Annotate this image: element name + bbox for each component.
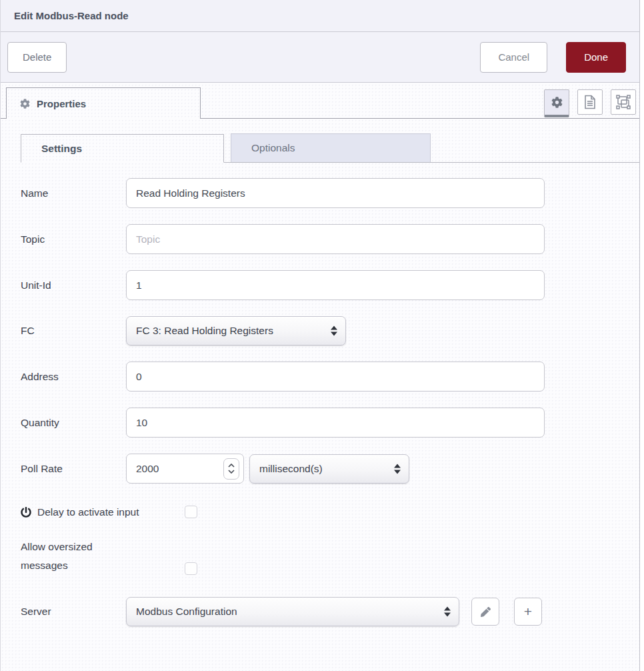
select-arrows-icon [331,326,337,336]
address-row: Address [21,362,639,392]
fc-select-value: FC 3: Read Holding Registers [136,325,273,337]
doc-icon [583,95,597,109]
gear-icon [551,97,563,108]
poll-rate-unit-value: millisecond(s) [259,463,323,475]
description-view-button[interactable] [577,89,603,115]
poll-rate-unit-select[interactable]: millisecond(s) [249,454,409,484]
fc-row: FC FC 3: Read Holding Registers [21,316,639,346]
select-arrows-icon [394,464,401,474]
oversized-row: Allow oversized messages [21,538,639,576]
dialog-header: Edit Modbus-Read node [1,0,639,32]
unit-id-row: Unit-Id [21,270,639,300]
server-row: Server Modbus Configuration + [21,597,639,626]
tab-properties[interactable]: Properties [6,87,201,119]
tab-settings[interactable]: Settings [21,134,224,163]
server-label: Server [21,606,126,618]
unit-id-label: Unit-Id [21,279,126,291]
address-input[interactable] [126,362,545,392]
done-button[interactable]: Done [566,42,626,73]
power-icon [21,507,31,518]
delay-checkbox[interactable] [185,506,197,518]
fc-select[interactable]: FC 3: Read Holding Registers [126,316,346,346]
delay-label: Delay to activate input [37,506,139,518]
gear-icon [20,99,30,109]
server-select-value: Modbus Configuration [136,606,237,618]
name-input[interactable] [126,178,545,208]
delete-button[interactable]: Delete [7,42,67,73]
server-select[interactable]: Modbus Configuration [126,597,459,626]
fc-label: FC [21,325,126,337]
cancel-button[interactable]: Cancel [480,42,547,73]
edit-server-button[interactable] [471,598,499,626]
chevron-down-icon [228,470,235,474]
name-label: Name [21,187,126,199]
poll-rate-stepper [126,454,244,484]
select-arrows-icon [444,607,451,617]
properties-tab-strip: Properties [1,83,639,119]
address-label: Address [21,371,126,383]
dialog-title: Edit Modbus-Read node [14,10,129,21]
name-row: Name [21,178,639,208]
quantity-label: Quantity [21,417,126,429]
topic-label: Topic [21,233,126,245]
topic-row: Topic [21,224,639,254]
topic-input[interactable] [126,224,545,254]
tab-optionals-label: Optionals [251,142,295,154]
add-server-button[interactable]: + [514,598,542,626]
delay-row: Delay to activate input [21,504,639,521]
settings-form: Name Topic Unit-Id FC FC 3: Read Holding… [21,178,639,626]
stepper-arrows[interactable] [223,458,239,480]
chevron-up-icon [228,464,235,468]
quantity-input[interactable] [126,408,545,438]
oversized-label: Allow oversized messages [21,538,134,575]
node-appearance-icon [615,94,631,110]
form-sub-tabs: Settings Optionals [21,133,639,163]
oversized-checkbox[interactable] [185,562,197,575]
poll-rate-label: Poll Rate [21,463,126,475]
unit-id-input[interactable] [126,270,545,300]
editor-view-buttons [544,89,636,117]
action-bar: Delete Cancel Done [1,32,639,83]
pencil-icon [481,607,491,617]
properties-view-button[interactable] [544,89,569,117]
plus-icon: + [524,604,532,620]
poll-rate-row: Poll Rate millisecond(s) [21,454,639,484]
quantity-row: Quantity [21,408,639,438]
tab-optionals[interactable]: Optionals [231,133,431,162]
tab-properties-label: Properties [37,98,86,109]
tab-settings-label: Settings [41,143,82,155]
node-appearance-button[interactable] [611,89,636,115]
edit-node-dialog: Edit Modbus-Read node Delete Cancel Done… [0,0,640,671]
node-edit-form: Settings Optionals Name Topic Unit-Id [1,119,639,671]
